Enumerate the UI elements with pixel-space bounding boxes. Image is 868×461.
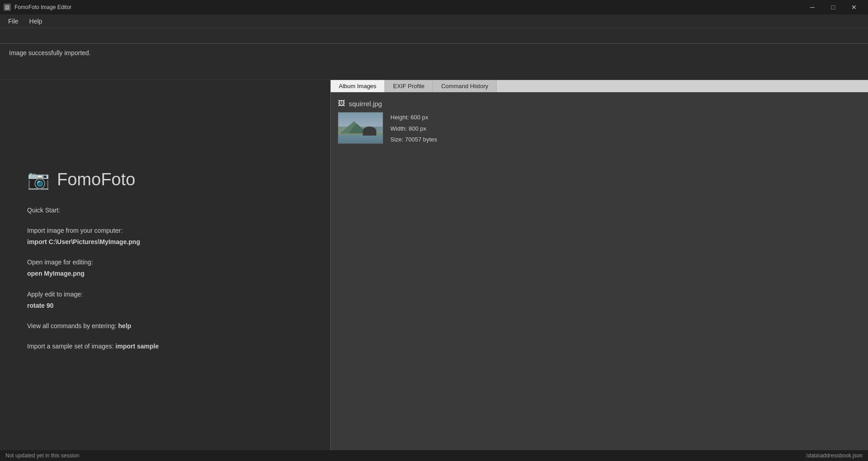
tab-album-images[interactable]: Album Images: [331, 80, 385, 92]
menu-help[interactable]: Help: [25, 16, 47, 27]
title-bar-left: 🖼 FomoFoto Image Editor: [4, 4, 71, 11]
main-content: 📷 FomoFoto Quick Start: Import image fro…: [0, 80, 868, 450]
image-height: Height: 600 px: [390, 112, 437, 123]
image-thumbnail: [338, 112, 383, 144]
quickstart-import: Import image from your computer: import …: [27, 225, 159, 248]
quickstart-help: View all commands by entering: help: [27, 320, 159, 332]
tab-exif-profile[interactable]: EXIF Profile: [385, 80, 433, 92]
quick-start: Quick Start: Import image from your comp…: [27, 205, 159, 362]
menu-file[interactable]: File: [4, 16, 23, 27]
tabs: Album Images EXIF Profile Command Histor…: [331, 80, 868, 92]
menu-bar: File Help: [0, 14, 868, 28]
image-size: Size: 70057 bytes: [390, 134, 437, 146]
maximize-button[interactable]: □: [823, 0, 844, 14]
app-logo: 📷 FomoFoto: [27, 169, 135, 190]
window-title: FomoFoto Image Editor: [14, 4, 71, 10]
right-panel: Album Images EXIF Profile Command Histor…: [330, 80, 868, 450]
image-meta: Height: 600 px Width: 800 px Size: 70057…: [390, 112, 437, 146]
image-width: Width: 800 px: [390, 123, 437, 135]
quickstart-apply: Apply edit to image: rotate 90: [27, 289, 159, 311]
image-filename-row: 🖼 squirrel.jpg: [338, 99, 861, 108]
image-details-row: Height: 600 px Width: 800 px Size: 70057…: [338, 112, 861, 146]
title-bar: 🖼 FomoFoto Image Editor ─ □ ✕: [0, 0, 868, 14]
quickstart-open: Open image for editing: open MyImage.png: [27, 257, 159, 279]
camera-icon: 📷: [27, 169, 50, 190]
status-message-bar: Image successfully imported.: [0, 44, 868, 80]
image-filename: squirrel.jpg: [349, 100, 382, 108]
image-entry: 🖼 squirrel.jpg Height: 600 px Width:: [338, 99, 861, 146]
quickstart-sample: Import a sample set of images: import sa…: [27, 341, 159, 352]
status-right: .\data\addressbook.json: [805, 452, 863, 459]
image-file-icon: 🖼: [338, 99, 345, 108]
minimize-button[interactable]: ─: [802, 0, 823, 14]
window-controls: ─ □ ✕: [802, 0, 864, 14]
tab-content-album-images: 🖼 squirrel.jpg Height: 600 px Width:: [331, 92, 868, 450]
app-icon: 🖼: [4, 4, 11, 11]
status-left: Not updated yet in this session: [5, 452, 79, 459]
app-name: FomoFoto: [57, 170, 135, 189]
command-input[interactable]: [5, 32, 863, 39]
command-area: [0, 28, 868, 44]
tab-command-history[interactable]: Command History: [433, 80, 497, 92]
status-message: Image successfully imported.: [9, 49, 91, 56]
close-button[interactable]: ✕: [844, 0, 864, 14]
quickstart-header: Quick Start:: [27, 205, 159, 216]
status-bar: Not updated yet in this session .\data\a…: [0, 450, 868, 461]
left-panel: 📷 FomoFoto Quick Start: Import image fro…: [0, 80, 330, 450]
